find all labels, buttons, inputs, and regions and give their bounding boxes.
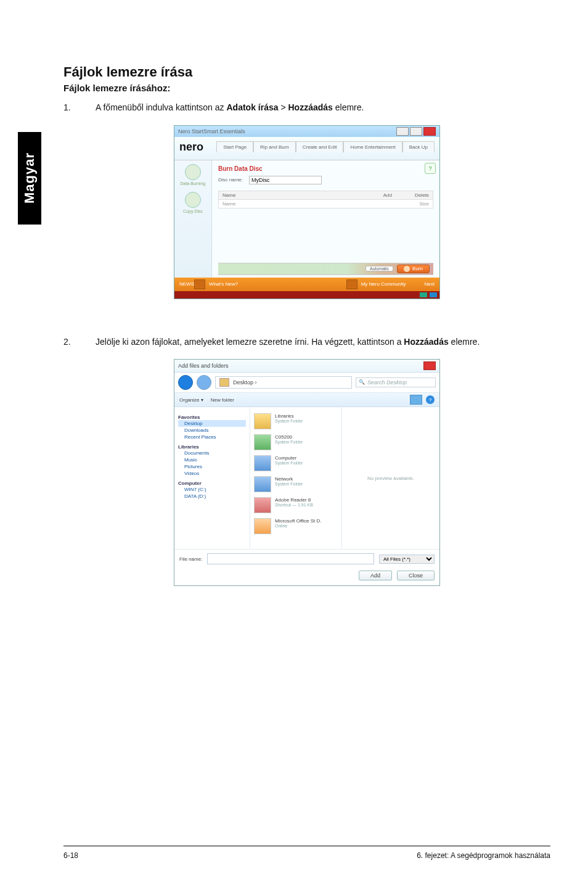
nero-side-item[interactable]: Copy Disc [183, 192, 203, 213]
help-icon[interactable]: ? [426, 395, 435, 404]
nero-tab[interactable]: Back Up [402, 141, 435, 152]
nav-item-drive-d[interactable]: DATA (D:) [178, 493, 246, 500]
close-button[interactable]: Close [397, 571, 435, 580]
close-icon[interactable] [423, 361, 436, 370]
nero-logo: nero [179, 141, 203, 154]
dialog-body: Favorites Desktop Downloads Recent Place… [174, 407, 439, 549]
tile-title: Microsoft Office St D. [275, 518, 321, 524]
news-community[interactable]: My Nero Community [361, 281, 406, 287]
page-subtitle: Fájlok lemezre írásához: [63, 83, 550, 93]
gauge-mode[interactable]: Automatic [365, 266, 393, 271]
nero-news-bar: NEWS What's New? My Nero Community Next [174, 278, 439, 291]
file-type-select[interactable]: All Files (*.*) [379, 555, 435, 564]
disc-name-row: Disc name: [218, 176, 433, 184]
col-name: Name [219, 191, 328, 199]
step-1-text: A főmenüből indulva kattintson az Adatok… [96, 102, 364, 114]
footer-chapter: 6. fejezet: A segédprogramok használata [417, 851, 550, 860]
nero-tab[interactable]: Create and Edit [296, 141, 344, 152]
rss-icon[interactable] [346, 279, 357, 289]
nav-item-documents[interactable]: Documents [178, 450, 246, 456]
list-item[interactable]: Microsoft Office St D.Online [253, 516, 339, 537]
nero-tab[interactable]: Start Page [216, 141, 253, 152]
status-icon [430, 292, 437, 297]
list-item[interactable]: NetworkSystem Folder [253, 474, 339, 495]
side-language-tab: Magyar [18, 132, 41, 225]
list-item[interactable]: Adobe Reader 8Shortcut — 1.91 KB [253, 495, 339, 516]
step-2-number: 2. [63, 336, 75, 349]
nero-titlebar: Nero StartSmart Essentials [174, 126, 439, 137]
view-mode-button[interactable] [410, 395, 422, 405]
tile-sub: System Folder [275, 482, 303, 486]
dialog-titlebar: Add files and folders [174, 360, 439, 373]
nero-tab[interactable]: Rip and Burn [253, 141, 296, 152]
step-1-post: elemre. [333, 102, 364, 112]
news-label: NEWS [179, 281, 194, 287]
step-1: 1. A főmenüből indulva kattintson az Ada… [63, 102, 550, 114]
new-folder-button[interactable]: New folder [211, 397, 234, 403]
pdf-icon [254, 497, 271, 513]
file-name-label: File name: [179, 556, 202, 562]
news-whats-new[interactable]: What's New? [209, 281, 238, 287]
nero-bottom-strip [174, 291, 439, 299]
close-icon[interactable] [423, 127, 436, 136]
window-controls [396, 127, 436, 136]
subcol-size: Size [396, 200, 433, 208]
step-1-b2: Hozzáadás [288, 102, 332, 112]
minimize-icon[interactable] [396, 127, 409, 136]
nero-header: nero Start Page Rip and Burn Create and … [174, 137, 439, 160]
nero-tab[interactable]: Home Entertainment [343, 141, 402, 152]
subcol-name: Name [219, 200, 328, 208]
disc-name-input[interactable] [249, 176, 322, 184]
tile-title: Network [275, 476, 303, 482]
network-icon [254, 476, 271, 492]
nero-side-label: Copy Disc [183, 209, 203, 213]
step-1-pre: A főmenüből indulva kattintson az [96, 102, 226, 112]
status-icon [420, 292, 427, 297]
file-name-input[interactable] [207, 553, 374, 564]
nav-item-videos[interactable]: Videos [178, 470, 246, 477]
dialog-buttons: Add Close [174, 568, 439, 585]
list-item[interactable]: ComputerSystem Folder [253, 453, 339, 474]
nero-sidebar: Data Burning Copy Disc [174, 160, 212, 278]
step-2: 2. Jelölje ki azon fájlokat, amelyeket l… [63, 336, 550, 349]
page-title: Fájlok lemezre írása [63, 64, 550, 80]
nav-group-libraries: Libraries [178, 444, 246, 450]
organize-button[interactable]: Organize ▾ [179, 397, 203, 403]
nero-tabs: Start Page Rip and Burn Create and Edit … [216, 141, 435, 152]
tile-sub: System Folder [275, 440, 303, 444]
news-next[interactable]: Next [425, 281, 435, 287]
dialog-nav: Favorites Desktop Downloads Recent Place… [174, 407, 250, 549]
nav-back-icon[interactable] [178, 375, 193, 390]
list-item[interactable]: LibrariesSystem Folder [253, 411, 339, 432]
preview-text: No preview available. [367, 476, 414, 481]
add-button[interactable]: Add [359, 571, 392, 580]
nav-item-recent[interactable]: Recent Places [178, 434, 246, 440]
dialog-toolbar: Organize ▾ New folder ? [174, 393, 439, 407]
footer-rule [63, 846, 550, 846]
burn-button[interactable]: Burn [397, 265, 430, 273]
nav-item-desktop[interactable]: Desktop [178, 420, 246, 427]
nav-item-downloads[interactable]: Downloads [178, 427, 246, 434]
address-bar-row: Desktop › Search Desktop [174, 373, 439, 393]
rss-icon[interactable] [194, 279, 205, 289]
nav-item-drive-c[interactable]: WIN7 (C:) [178, 486, 246, 493]
nav-item-pictures[interactable]: Pictures [178, 463, 246, 470]
search-input[interactable]: Search Desktop [356, 377, 436, 387]
delete-button[interactable]: Delete [396, 191, 433, 199]
nero-side-item[interactable]: Data Burning [181, 164, 206, 186]
breadcrumb[interactable]: Desktop › [215, 376, 352, 389]
list-item[interactable]: C05200System Folder [253, 432, 339, 453]
subcol-spacer2 [359, 200, 396, 208]
nero-main: ? Burn Data Disc Disc name: Name Add Del… [212, 160, 439, 278]
file-list-header: Name Add Delete [218, 191, 433, 200]
nero-section-title: Burn Data Disc [218, 165, 433, 172]
add-button[interactable]: Add [359, 191, 396, 199]
dialog-title: Add files and folders [178, 363, 229, 369]
capacity-gauge: Automatic Burn [218, 263, 433, 275]
nav-forward-icon[interactable] [197, 375, 211, 390]
page-footer: 6-18 6. fejezet: A segédprogramok haszná… [63, 851, 550, 860]
nav-item-music[interactable]: Music [178, 456, 246, 463]
help-icon[interactable]: ? [425, 163, 436, 174]
maximize-icon[interactable] [410, 127, 422, 136]
tile-title: Computer [275, 455, 303, 461]
